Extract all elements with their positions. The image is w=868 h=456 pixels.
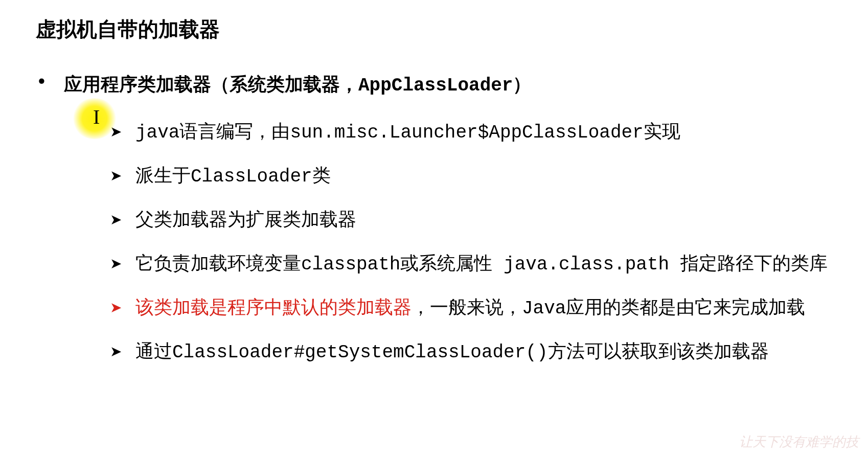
- sub-item-text: 该类加载是程序中默认的类加载器，一般来说，Java应用的类都是由它来完成加载: [135, 298, 805, 319]
- arrow-icon: ➤: [110, 297, 122, 318]
- sub-item: ➤ 派生于ClassLoader类: [110, 163, 832, 191]
- sub-item-text: 通过ClassLoader#getSystemClassLoader()方法可以…: [135, 342, 769, 363]
- sub-item: ➤ 它负责加载环境变量classpath或系统属性 java.class.pat…: [110, 251, 832, 279]
- arrow-icon: ➤: [110, 209, 122, 231]
- main-text-mono: AppClassLoader: [358, 75, 513, 96]
- sub-item-text: java语言编写，由sun.misc.Launcher$AppClassLoad…: [135, 122, 680, 143]
- highlighted-text: 该类加载是程序中默认的类加载器: [135, 298, 412, 319]
- arrow-icon: ➤: [110, 165, 122, 187]
- arrow-icon: ➤: [110, 121, 122, 143]
- main-bullet-list: 应用程序类加载器（系统类加载器，AppClassLoader） ➤ java语言…: [36, 72, 832, 367]
- sub-bullet-list: ➤ java语言编写，由sun.misc.Launcher$AppClassLo…: [64, 119, 832, 367]
- sub-item-text: 父类加载器为扩展类加载器: [135, 210, 356, 231]
- sub-item: ➤ java语言编写，由sun.misc.Launcher$AppClassLo…: [110, 119, 832, 147]
- sub-item-text: 派生于ClassLoader类: [135, 166, 331, 187]
- slide-title: 虚拟机自带的加载器: [36, 15, 832, 43]
- sub-item: ➤ 父类加载器为扩展类加载器: [110, 207, 832, 235]
- watermark-text: 让天下没有难学的技: [739, 433, 859, 451]
- main-text-suffix: ）: [513, 74, 531, 95]
- sub-item-text: 它负责加载环境变量classpath或系统属性 java.class.path …: [135, 254, 828, 275]
- arrow-icon: ➤: [110, 341, 122, 362]
- sub-item-rest: ，一般来说，Java应用的类都是由它来完成加载: [412, 298, 805, 319]
- main-text-prefix: 应用程序类加载器（系统类加载器，: [64, 74, 358, 95]
- arrow-icon: ➤: [110, 253, 122, 275]
- main-bullet-item: 应用程序类加载器（系统类加载器，AppClassLoader） ➤ java语言…: [36, 72, 832, 367]
- main-bullet-text: 应用程序类加载器（系统类加载器，AppClassLoader）: [64, 72, 832, 99]
- sub-item: ➤ 通过ClassLoader#getSystemClassLoader()方法…: [110, 339, 832, 367]
- sub-item-highlighted: ➤ 该类加载是程序中默认的类加载器，一般来说，Java应用的类都是由它来完成加载: [110, 295, 832, 323]
